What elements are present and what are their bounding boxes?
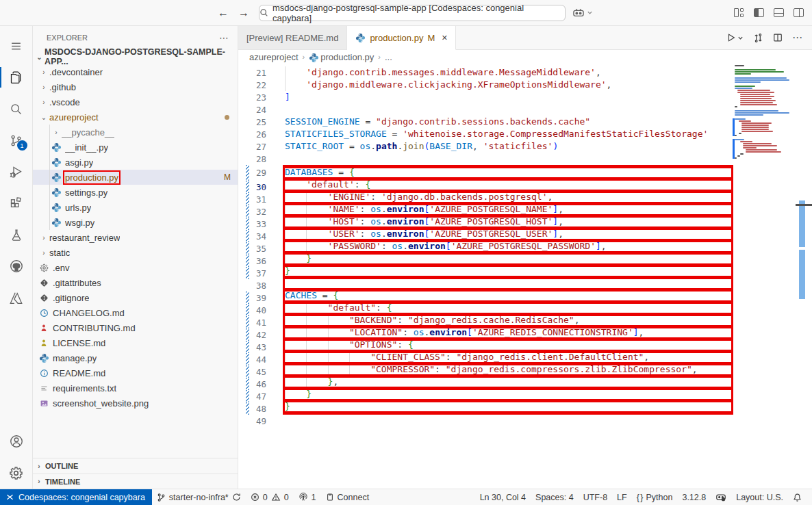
timeline-section[interactable]: › TIMELINE (33, 474, 238, 489)
tree-root-folder[interactable]: ⌄ MSDOCS-DJANGO-POSTGRESQL-SAMPLE-APP... (33, 49, 238, 64)
tree-item-settings.py[interactable]: settings.py (33, 185, 238, 200)
menu-icon[interactable] (0, 30, 33, 62)
notifications-bell-icon[interactable] (788, 489, 807, 505)
code-line-28[interactable]: 28 (238, 153, 733, 165)
code-line-22[interactable]: 22'django.middleware.clickjacking.XFrame… (238, 79, 733, 91)
tree-item-restaurant_review[interactable]: ›restaurant_review (33, 230, 238, 245)
split-editor-icon[interactable] (773, 33, 783, 42)
ports-status[interactable]: 1 (294, 489, 321, 505)
toggle-primary-sidebar-icon[interactable] (754, 8, 764, 17)
codespaces-performance-icon[interactable]: ! (711, 489, 731, 505)
source-control-icon[interactable]: 1 (0, 125, 33, 156)
code-line-29[interactable]: 29DATABASES = { (238, 165, 733, 181)
codespaces-avatar-menu[interactable] (572, 8, 593, 18)
explorer-actions-icon[interactable]: ⋯ (219, 32, 229, 43)
code-line-37[interactable]: 37} (238, 267, 733, 279)
toggle-panel-icon[interactable] (774, 8, 784, 17)
remote-indicator[interactable]: Codespaces: congenial capybara (0, 489, 152, 505)
tree-item-CONTRIBUTING.md[interactable]: CONTRIBUTING.md (33, 320, 238, 335)
tree-item-LICENSE.md[interactable]: LICENSE.md (33, 335, 238, 350)
overview-ruler[interactable] (794, 64, 812, 489)
breadcrumb-symbol[interactable]: ... (385, 52, 392, 62)
git-modified-gutter (246, 341, 249, 353)
command-center-search[interactable]: msdocs-django-postgresql-sample-app [Cod… (259, 5, 566, 21)
problems-status[interactable]: 0 0 (246, 489, 294, 505)
cursor-position[interactable]: Ln 30, Col 4 (475, 489, 531, 505)
extensions-icon[interactable] (0, 187, 33, 219)
tree-item-production.py[interactable]: production.pyM (33, 170, 238, 185)
code-line-42[interactable]: 42"LOCATION": os.environ['AZURE_REDIS_CO… (238, 328, 733, 341)
nav-forward-icon[interactable]: → (238, 7, 249, 19)
code-line-24[interactable]: 24 (238, 103, 733, 116)
breadcrumb-file[interactable]: production.py (320, 52, 374, 62)
outline-section[interactable]: › OUTLINE (33, 458, 238, 474)
tab-production-py[interactable]: production.py M × (347, 26, 456, 50)
code-line-39[interactable]: 39CACHES = { (238, 292, 733, 304)
code-line-36[interactable]: 36} (238, 255, 733, 267)
code-line-49[interactable]: 49 (238, 415, 733, 427)
vm-icon (326, 493, 334, 502)
code-editor[interactable]: 21'django.contrib.messages.middleware.Me… (238, 64, 812, 489)
code-line-27[interactable]: 27STATIC_ROOT = os.path.join(BASE_DIR, '… (238, 140, 733, 153)
code-line-45[interactable]: 45"COMPRESSOR": "django_redis.compressor… (238, 365, 733, 378)
testing-icon[interactable] (0, 219, 33, 250)
tree-item-static[interactable]: ›static (33, 245, 238, 260)
tree-item-CHANGELOG.md[interactable]: CHANGELOG.md (33, 305, 238, 320)
azure-icon[interactable] (0, 282, 33, 313)
keyboard-layout[interactable]: Layout: U.S. (731, 489, 788, 505)
tree-item-requirements.txt[interactable]: requirements.txt (33, 380, 238, 396)
file-label: static (49, 248, 70, 258)
activity-bar: 1 (0, 26, 33, 489)
tree-item-manage.py[interactable]: manage.py (33, 350, 238, 365)
tree-item-.devcontainer[interactable]: ›.devcontainer (33, 64, 238, 79)
toggle-secondary-sidebar-icon[interactable] (794, 8, 804, 17)
search-icon[interactable] (0, 93, 33, 125)
tree-item-urls.py[interactable]: urls.py (33, 200, 238, 215)
tree-item-asgi.py[interactable]: asgi.py (33, 155, 238, 170)
code-line-21[interactable]: 21'django.contrib.messages.middleware.Me… (238, 66, 733, 79)
close-tab-icon[interactable]: × (442, 32, 447, 43)
tree-item-README.md[interactable]: README.md (33, 365, 238, 380)
language-mode[interactable]: { } Python (632, 489, 678, 505)
tree-item-azureproject[interactable]: ⌄azureproject (33, 109, 238, 125)
connect-status[interactable]: Connect (321, 489, 375, 505)
tree-item-.github[interactable]: ›.github (33, 79, 238, 94)
code-line-23[interactable]: 23] (238, 91, 733, 103)
indentation-status[interactable]: Spaces: 4 (531, 489, 579, 505)
tree-item-__init__.py[interactable]: __init__.py (33, 140, 238, 155)
branch-status[interactable]: starter-no-infra* (152, 489, 246, 505)
accounts-icon[interactable] (0, 426, 33, 457)
encoding-status[interactable]: UTF-8 (579, 489, 612, 505)
nav-back-icon[interactable]: ← (218, 7, 229, 19)
tree-item-wsgi.py[interactable]: wsgi.py (33, 215, 238, 230)
code-line-48[interactable]: 48} (238, 402, 733, 415)
code-line-46[interactable]: 46}, (238, 378, 733, 390)
tree-item-screenshot_website.png[interactable]: screenshot_website.png (33, 396, 238, 411)
tree-item-.gitattributes[interactable]: .gitattributes (33, 275, 238, 290)
github-icon[interactable] (0, 250, 33, 282)
eol-status[interactable]: LF (612, 489, 632, 505)
code-line-26[interactable]: 26STATICFILES_STORAGE = 'whitenoise.stor… (238, 128, 733, 140)
minimap[interactable] (735, 65, 794, 159)
explorer-icon[interactable] (0, 62, 33, 93)
code-line-47[interactable]: 47} (238, 390, 733, 402)
tab-preview-readme[interactable]: [Preview] README.md (238, 26, 347, 49)
customize-layout-icon[interactable] (734, 8, 744, 17)
tab-label: [Preview] README.md (246, 33, 338, 43)
more-actions-icon[interactable]: ⋯ (792, 31, 802, 44)
code-line-25[interactable]: 25SESSION_ENGINE = "django.contrib.sessi… (238, 116, 733, 128)
run-python-file-button[interactable] (726, 33, 744, 42)
file-label: CONTRIBUTING.md (53, 323, 136, 333)
breadcrumb-folder[interactable]: azureproject (249, 52, 299, 62)
python-version[interactable]: 3.12.8 (677, 489, 711, 505)
run-debug-icon[interactable] (0, 156, 33, 187)
file-label: asgi.py (65, 157, 93, 168)
settings-gear-icon[interactable] (0, 457, 33, 489)
line-number: 47 (238, 390, 283, 402)
tree-item-__pycache__[interactable]: ›__pycache__ (33, 125, 238, 140)
tree-item-.vscode[interactable]: ›.vscode (33, 94, 238, 109)
tree-item-.env[interactable]: .env (33, 260, 238, 275)
open-changes-icon[interactable] (753, 33, 763, 43)
tree-item-.gitignore[interactable]: .gitignore (33, 290, 238, 305)
code-line-35[interactable]: 35'PASSWORD': os.environ['AZURE_POSTGRES… (238, 242, 733, 255)
